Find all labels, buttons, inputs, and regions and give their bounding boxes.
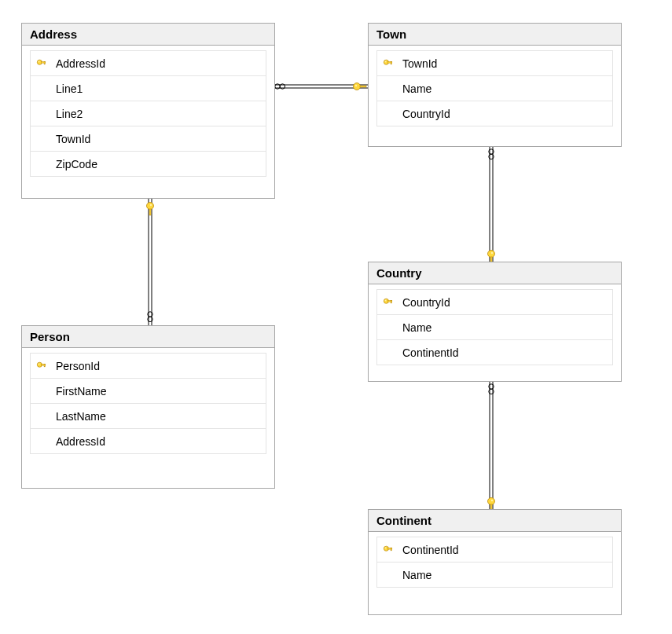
column-name: TownId <box>399 57 612 70</box>
column-name: TownId <box>53 133 266 145</box>
svg-point-29 <box>39 60 40 62</box>
column-name: ContinentId <box>399 544 612 556</box>
column-row[interactable]: Name <box>376 75 613 101</box>
column-row[interactable]: Name <box>376 562 613 588</box>
svg-point-25 <box>488 498 495 505</box>
svg-point-17 <box>489 154 494 159</box>
primary-key-icon <box>383 58 394 69</box>
svg-point-24 <box>489 389 494 394</box>
svg-rect-35 <box>391 61 391 64</box>
column-name: CountryId <box>399 108 612 120</box>
column-row[interactable]: TownId <box>376 50 613 76</box>
column-name: PersonId <box>53 360 266 372</box>
column-row[interactable]: Name <box>376 314 613 340</box>
svg-rect-11 <box>149 209 151 215</box>
table-header: Continent <box>369 510 621 532</box>
svg-point-2 <box>275 84 280 89</box>
table-header: Country <box>369 262 621 284</box>
primary-key-icon <box>36 58 47 69</box>
column-row[interactable]: FirstName <box>30 378 266 404</box>
svg-point-37 <box>39 363 40 365</box>
svg-point-4 <box>354 83 361 90</box>
svg-point-41 <box>385 299 387 301</box>
svg-rect-6 <box>360 86 366 87</box>
column-row[interactable]: ContinentId <box>376 537 613 563</box>
column-row[interactable]: LastName <box>30 403 266 429</box>
column-row[interactable]: AddressId <box>30 428 266 454</box>
column-name: Name <box>399 82 612 95</box>
rel-address-person <box>147 199 154 325</box>
column-row[interactable]: CountryId <box>376 289 613 315</box>
table-person[interactable]: Person PersonId FirstName LastName Addre… <box>21 325 275 489</box>
table-continent[interactable]: Continent ContinentId Name <box>368 509 622 615</box>
svg-point-12 <box>148 312 152 317</box>
column-row[interactable]: TownId <box>30 126 266 152</box>
column-name: Name <box>399 569 612 581</box>
column-row[interactable]: ContinentId <box>376 339 613 365</box>
svg-rect-47 <box>391 548 391 551</box>
svg-point-13 <box>148 317 152 321</box>
svg-point-45 <box>385 547 387 548</box>
rel-country-continent <box>488 382 495 511</box>
column-row[interactable]: CountryId <box>376 101 613 126</box>
svg-point-9 <box>147 203 154 210</box>
svg-point-33 <box>385 60 387 62</box>
table-address[interactable]: Address AddressId Line1 Line2 TownId Zip… <box>21 23 275 199</box>
column-name: Line2 <box>53 108 266 120</box>
column-name: Name <box>399 321 612 334</box>
rel-address-town <box>275 83 368 90</box>
column-name: AddressId <box>53 57 266 70</box>
column-row[interactable]: AddressId <box>30 50 266 76</box>
column-name: LastName <box>53 410 266 423</box>
table-header: Person <box>22 326 274 348</box>
column-name: AddressId <box>53 435 266 448</box>
svg-point-18 <box>488 251 495 258</box>
column-row[interactable]: PersonId <box>30 353 266 379</box>
column-name: ContinentId <box>399 346 612 359</box>
svg-point-23 <box>489 384 494 389</box>
table-town[interactable]: Town TownId Name CountryId <box>368 23 622 147</box>
column-name: CountryId <box>399 296 612 309</box>
svg-rect-31 <box>44 61 45 64</box>
column-row[interactable]: Line2 <box>30 101 266 126</box>
rel-town-country <box>488 147 495 263</box>
svg-point-3 <box>280 84 285 89</box>
column-row[interactable]: Line1 <box>30 75 266 101</box>
table-header: Town <box>369 24 621 46</box>
svg-rect-43 <box>391 300 391 303</box>
svg-point-10 <box>150 204 152 206</box>
column-name: ZipCode <box>53 158 266 170</box>
svg-rect-39 <box>44 364 45 367</box>
svg-point-26 <box>491 500 493 501</box>
column-name: FirstName <box>53 385 266 398</box>
table-header: Address <box>22 24 274 46</box>
svg-point-19 <box>491 252 493 254</box>
table-country[interactable]: Country CountryId Name ContinentId <box>368 262 622 382</box>
primary-key-icon <box>383 544 394 555</box>
column-row[interactable]: ZipCode <box>30 151 266 177</box>
svg-point-5 <box>355 85 357 86</box>
column-name: Line1 <box>53 82 266 95</box>
primary-key-icon <box>36 361 47 372</box>
primary-key-icon <box>383 297 394 308</box>
svg-point-16 <box>489 149 494 154</box>
